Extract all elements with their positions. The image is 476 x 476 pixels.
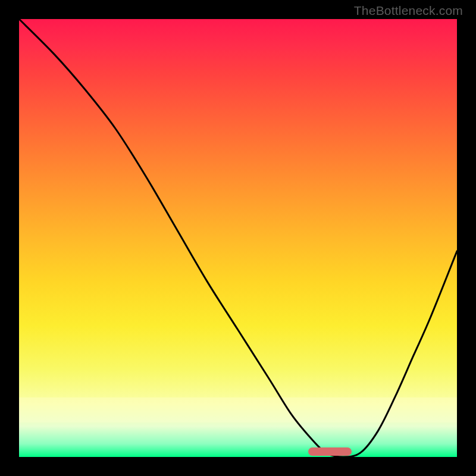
- chart-root: TheBottleneck.com: [0, 0, 476, 476]
- optimal-range-marker: [308, 447, 352, 456]
- watermark-text: TheBottleneck.com: [354, 4, 463, 18]
- bottleneck-curve: [19, 19, 457, 457]
- plot-area: [19, 19, 457, 457]
